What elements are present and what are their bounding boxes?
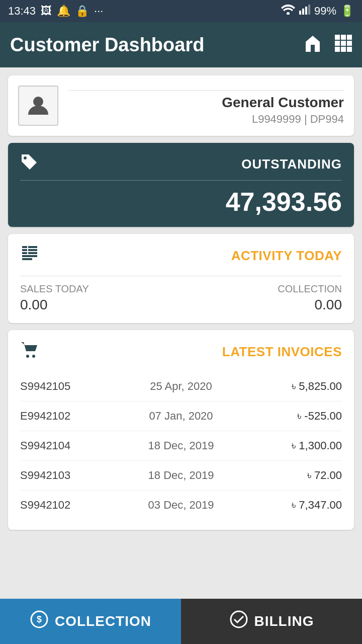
invoice-date: 03 Dec, 2019 [127,499,234,512]
outstanding-divider [20,180,342,181]
svg-rect-7 [347,35,352,40]
collection-label: COLLECTION [278,283,342,295]
outstanding-top: OUTSTANDING [20,153,342,175]
svg-rect-17 [22,252,27,254]
svg-rect-16 [22,249,27,251]
collection-col: COLLECTION 0.00 [278,283,342,313]
svg-point-14 [33,97,43,107]
home-icon[interactable] [304,34,322,56]
battery-display: 99% [314,5,336,18]
invoice-id: S9942104 [20,439,127,452]
svg-rect-21 [22,255,37,257]
battery-icon: 🔋 [340,5,354,18]
svg-rect-4 [308,5,310,15]
list-icon [20,244,39,268]
table-row[interactable]: S9942102 03 Dec, 2019 ৳ 7,347.00 [20,491,342,520]
collection-nav-label: COLLECTION [55,613,151,629]
invoice-date: 18 Dec, 2019 [127,469,234,482]
svg-rect-8 [335,41,340,46]
sales-today-col: SALES TODAY 0.00 [20,283,89,313]
svg-rect-18 [28,246,37,248]
activity-row: SALES TODAY 0.00 COLLECTION 0.00 [20,283,342,313]
table-row[interactable]: E9942102 07 Jan, 2020 ৳ -525.00 [20,401,342,431]
svg-point-23 [26,355,29,358]
nav-collection[interactable]: $ COLLECTION [0,599,181,644]
latest-invoices-card: LATEST INVOICES S9942105 25 Apr, 2020 ৳ … [8,330,354,530]
svg-rect-2 [302,9,304,15]
svg-rect-13 [347,47,352,52]
table-row[interactable]: S9942104 18 Dec, 2019 ৳ 1,300.00 [20,431,342,461]
user-avatar-icon [26,94,50,118]
svg-rect-10 [347,41,352,46]
invoice-id: S9942103 [20,469,127,482]
invoice-id: S9942102 [20,499,127,512]
invoice-amount: ৳ 5,825.00 [235,380,342,393]
latest-invoices-title: LATEST INVOICES [222,344,342,360]
svg-point-27 [231,611,247,627]
customer-card: General Customer L9949999 | DP994 [8,75,354,136]
svg-point-24 [32,355,35,358]
sales-today-label: SALES TODAY [20,283,89,295]
cart-icon [20,340,39,364]
lock-icon: 🔒 [75,5,89,18]
photo-icon: 🖼 [41,5,52,18]
outstanding-label: OUTSTANDING [241,156,342,172]
invoice-date: 18 Dec, 2019 [127,439,234,452]
svg-rect-22 [22,258,32,260]
activity-divider [20,276,342,276]
time-display: 13:43 [8,5,36,18]
invoice-amount: ৳ 1,300.00 [235,439,342,452]
app-header: Customer Dashboard [0,22,362,67]
svg-rect-1 [299,11,301,15]
svg-rect-3 [305,7,307,15]
invoice-amount: ৳ -525.00 [235,410,342,423]
status-left: 13:43 🖼 🔔 🔒 ··· [8,5,103,18]
tag-icon [20,153,38,175]
header-icons [304,34,352,56]
billing-nav-icon [229,610,248,633]
wifi-icon [281,5,295,18]
svg-rect-9 [341,41,346,46]
invoice-date: 07 Jan, 2020 [127,410,234,423]
invoice-id: E9942102 [20,410,127,423]
invoice-list: S9942105 25 Apr, 2020 ৳ 5,825.00 E994210… [20,372,342,520]
svg-point-0 [287,12,290,15]
collection-value: 0.00 [278,297,342,313]
activity-today-title: ACTIVITY TODAY [231,248,342,264]
svg-rect-11 [335,47,340,52]
customer-info: General Customer L9949999 | DP994 [68,86,344,126]
activity-today-card: ACTIVITY TODAY SALES TODAY 0.00 COLLECTI… [8,234,354,323]
svg-rect-6 [341,35,346,40]
invoice-amount: ৳ 72.00 [235,469,342,482]
status-right: 99% 🔋 [281,5,354,18]
billing-nav-label: BILLING [254,613,314,629]
invoice-amount: ৳ 7,347.00 [235,499,342,512]
outstanding-card: OUTSTANDING 47,393.56 [8,143,354,227]
avatar [18,86,58,126]
invoice-id: S9942105 [20,380,127,393]
invoices-card-header: LATEST INVOICES [20,340,342,364]
notification-icon: 🔔 [57,5,70,18]
more-icon: ··· [94,5,103,18]
customer-name: General Customer [68,95,344,111]
sales-today-value: 0.00 [20,297,89,313]
nav-billing[interactable]: BILLING [181,599,362,644]
table-row[interactable]: S9942105 25 Apr, 2020 ৳ 5,825.00 [20,372,342,401]
customer-id: L9949999 | DP994 [68,113,344,126]
outstanding-amount: 47,393.56 [20,187,342,217]
invoice-date: 25 Apr, 2020 [127,380,234,393]
svg-rect-19 [28,249,37,251]
svg-rect-12 [341,47,346,52]
svg-rect-15 [22,246,27,248]
grid-menu-icon[interactable] [334,34,352,56]
signal-icon [299,5,310,18]
page-title: Customer Dashboard [10,34,204,56]
svg-rect-20 [28,252,37,254]
bottom-navigation: $ COLLECTION BILLING [0,599,362,644]
activity-card-header: ACTIVITY TODAY [20,244,342,268]
customer-divider [68,90,344,91]
svg-text:$: $ [37,614,42,624]
status-bar: 13:43 🖼 🔔 🔒 ··· 99% 🔋 [0,0,362,22]
table-row[interactable]: S9942103 18 Dec, 2019 ৳ 72.00 [20,461,342,491]
main-content: General Customer L9949999 | DP994 OUTSTA… [0,67,362,599]
